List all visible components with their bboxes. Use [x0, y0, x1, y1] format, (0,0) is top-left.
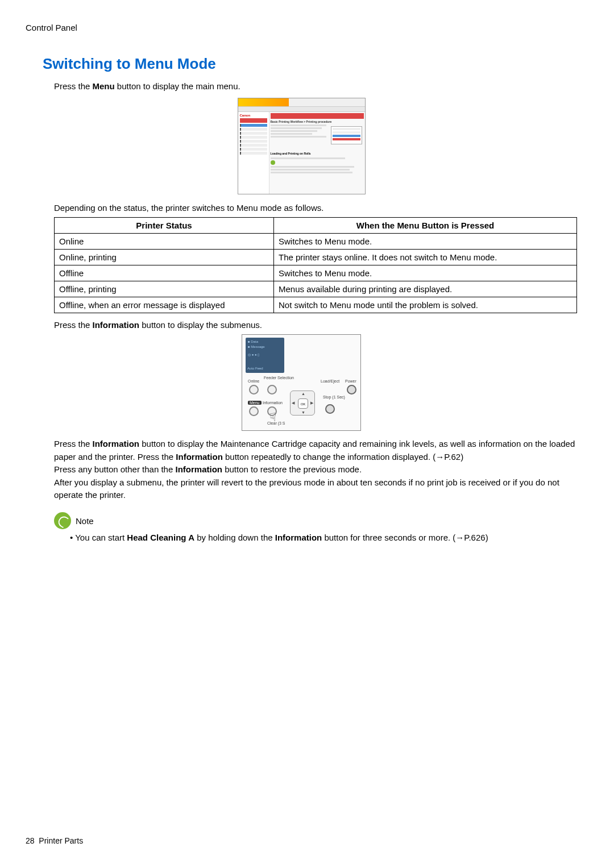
th-status: Printer Status [55, 218, 274, 234]
stop-button [325, 404, 335, 414]
dpad: ▲ ▼ ◀ ▶ OK [290, 391, 315, 416]
cell-action: Switches to Menu mode. [273, 234, 576, 250]
table-row: Online Switches to Menu mode. [55, 234, 577, 250]
note-label: Note [76, 516, 94, 525]
power-button [347, 385, 356, 394]
after-table-bold: Information [93, 320, 140, 330]
cell-status: Offline, printing [55, 281, 274, 297]
th-action: When the Menu Button is Pressed [273, 218, 576, 234]
browser-screenshot: Canon Basic Printing Workflow > Printing… [238, 98, 366, 194]
power-label: Power [345, 379, 356, 383]
page-title: Switching to Menu Mode [43, 55, 577, 73]
table-row: Offline, when an error message is displa… [55, 297, 577, 313]
cell-status: Online, printing [55, 250, 274, 265]
intro-text: Press the Menu button to display the mai… [54, 81, 577, 91]
cell-status: Online [55, 234, 274, 250]
feeder-button [267, 385, 277, 394]
after-table-suffix: button to display the submenus. [139, 320, 262, 330]
cell-action: Switches to Menu mode. [273, 265, 576, 281]
intro-bold: Menu [93, 81, 115, 91]
after-table-prefix: Press the [54, 320, 93, 330]
control-panel-illustration: ■ Data ■ Message ◎ ● ● ▯ Auto Feed Onlin… [242, 334, 361, 431]
intro-prefix: Press the [54, 81, 93, 91]
table-row: Offline Switches to Menu mode. [55, 265, 577, 281]
header-section-label: Control Panel [26, 23, 577, 32]
lcd-autofeed: Auto Feed [247, 367, 263, 371]
lcd-line: ■ Message [248, 345, 282, 350]
clear-label: Clear (3 S [267, 421, 285, 425]
loadeject-label: Load/Eject [321, 379, 339, 383]
lcd-line: ■ Data [248, 340, 282, 344]
status-intro: Depending on the status, the printer swi… [54, 203, 577, 213]
table-row: Offline, printing Menus available during… [55, 281, 577, 297]
stop-label: Stop (1 Sec) [323, 395, 339, 399]
after-table-text: Press the Information button to display … [54, 320, 577, 330]
body-para-3: After you display a submenu, the printer… [54, 476, 577, 502]
ok-button: OK [298, 398, 308, 409]
online-label: Online [248, 379, 259, 383]
status-table: Printer Status When the Menu Button is P… [54, 217, 577, 313]
cell-action: Not switch to Menu mode until the proble… [273, 297, 576, 313]
feeder-label: Feeder Selection [264, 376, 284, 380]
online-button [249, 385, 259, 394]
cell-action: The printer stays online. It does not sw… [273, 250, 576, 265]
lcd-screen: ■ Data ■ Message ◎ ● ● ▯ Auto Feed [246, 338, 284, 373]
menu-button [249, 406, 259, 416]
note-item: You can start Head Cleaning A by holding… [70, 533, 577, 542]
information-label: Information [263, 401, 283, 405]
intro-suffix: button to display the main menu. [115, 81, 240, 91]
table-row: Online, printing The printer stays onlin… [55, 250, 577, 265]
cell-status: Offline [55, 265, 274, 281]
note-section: Note You can start Head Cleaning A by ho… [54, 512, 577, 542]
body-para-1: Press the Information button to display … [54, 438, 577, 463]
cell-status: Offline, when an error message is displa… [55, 297, 274, 313]
menu-label: Menu [248, 401, 262, 405]
body-para-2: Press any button other than the Informat… [54, 463, 577, 476]
cell-action: Menus available during printing are disp… [273, 281, 576, 297]
note-icon [54, 512, 71, 529]
